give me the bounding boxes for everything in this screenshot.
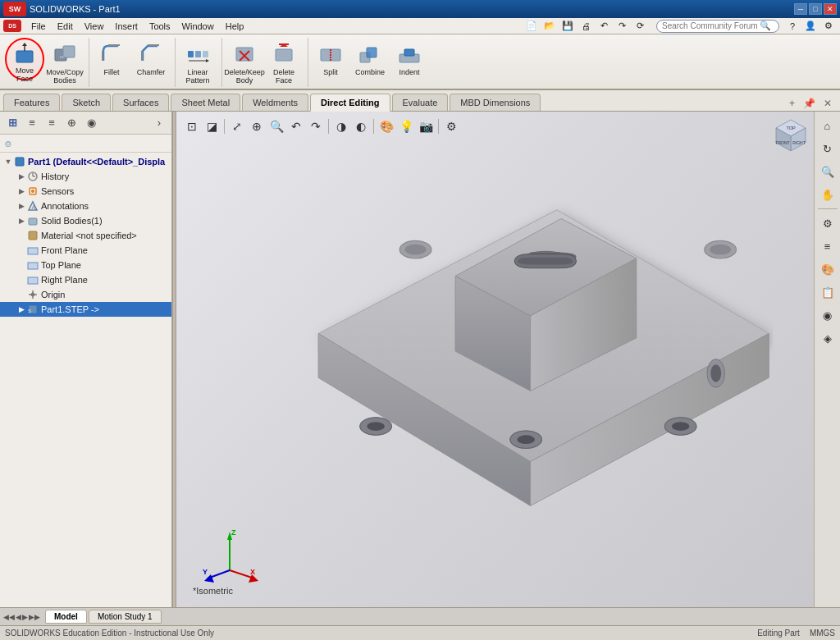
- expand-part[interactable]: ▼: [3, 158, 13, 166]
- tree-item-part1-step[interactable]: ▶ S Part1.STEP ->: [0, 302, 171, 317]
- tab-features[interactable]: Features: [3, 94, 60, 111]
- split-button[interactable]: Split: [312, 38, 349, 80]
- delete-face-button[interactable]: DeleteFace: [265, 38, 303, 87]
- tree-item-annotations[interactable]: ▶ A Annotations: [0, 199, 171, 213]
- rp-zoom[interactable]: 🔍: [817, 161, 838, 182]
- st-arrow-right[interactable]: ›: [150, 114, 168, 132]
- viewport[interactable]: ⊡ ◪ ⤢ ⊕ 🔍 ↶ ↷ ◑ ◐ 🎨 💡 📷 ⚙ TOP: [176, 112, 814, 607]
- expand-sensors[interactable]: ▶: [16, 187, 26, 195]
- menu-view[interactable]: View: [80, 20, 109, 33]
- qa-undo[interactable]: ↶: [596, 18, 612, 34]
- qa-new[interactable]: 📄: [523, 18, 540, 34]
- tab-weldments[interactable]: Weldments: [242, 94, 308, 111]
- minimize-button[interactable]: ─: [794, 3, 807, 15]
- menu-edit[interactable]: Edit: [52, 20, 78, 33]
- main-area: ⊞ ≡ ≡ ⊕ ◉ › ⌾ ▼ Part1 (Default<<Default>…: [0, 112, 840, 607]
- nav-next[interactable]: ▶: [22, 613, 28, 621]
- delete-keep-body-button[interactable]: Delete/KeepBody: [226, 38, 263, 87]
- tab-mbd-dimensions[interactable]: MBD Dimensions: [450, 94, 541, 111]
- tree-item-material[interactable]: ▶ Material <not specified>: [0, 228, 171, 243]
- ribbon-group-delete: Delete/KeepBody DeleteFace: [224, 38, 308, 87]
- expand-annotations[interactable]: ▶: [16, 202, 26, 210]
- chamfer-button[interactable]: Chamfer: [132, 38, 170, 80]
- move-copy-bodies-button[interactable]: ↔ Move/CopyBodies: [46, 38, 84, 87]
- fillet-button[interactable]: Fillet: [93, 38, 130, 80]
- tab-add-button[interactable]: +: [786, 98, 798, 109]
- search-icon[interactable]: 🔍: [755, 19, 776, 33]
- tree-item-history[interactable]: ▶ History: [0, 169, 171, 184]
- indent-label: Indent: [399, 69, 419, 77]
- maximize-button[interactable]: □: [809, 3, 822, 15]
- title-controls[interactable]: ─ □ ✕: [794, 3, 837, 15]
- tab-evaluate[interactable]: Evaluate: [392, 94, 449, 111]
- tab-sketch[interactable]: Sketch: [62, 94, 111, 111]
- qa-save[interactable]: 💾: [559, 18, 576, 34]
- btab-motion-study[interactable]: Motion Study 1: [89, 610, 162, 624]
- tree-item-part[interactable]: ▼ Part1 (Default<<Default>_Displa: [0, 154, 171, 169]
- svg-rect-39: [28, 277, 38, 284]
- expand-history[interactable]: ▶: [16, 172, 26, 181]
- svg-rect-8: [141, 51, 143, 61]
- qa-print[interactable]: 🖨: [578, 18, 594, 34]
- options-icon[interactable]: ⚙: [820, 18, 837, 34]
- qa-open[interactable]: 📂: [541, 18, 558, 34]
- rp-pan[interactable]: ✋: [817, 184, 838, 205]
- bottom-tabbar: ◀◀ ◀ ▶ ▶▶ Model Motion Study 1: [0, 607, 840, 625]
- account-icon[interactable]: 👤: [802, 18, 819, 34]
- qa-redo[interactable]: ↷: [614, 18, 630, 34]
- st-feature-manager[interactable]: ⊞: [3, 114, 21, 132]
- rp-tasks[interactable]: ≡: [817, 235, 838, 257]
- svg-text:Z: Z: [231, 528, 236, 537]
- combine-button[interactable]: Combine: [351, 38, 389, 80]
- split-icon: [317, 41, 344, 67]
- rp-render[interactable]: ◈: [817, 327, 838, 349]
- tree-item-right-plane[interactable]: ▶ Right Plane: [0, 272, 171, 287]
- st-display-pane[interactable]: ◉: [82, 114, 100, 132]
- tab-sheet-metal[interactable]: Sheet Metal: [171, 94, 240, 111]
- close-button[interactable]: ✕: [824, 3, 837, 15]
- nav-first[interactable]: ◀◀: [3, 613, 15, 621]
- st-dim-expert[interactable]: ⊕: [62, 114, 80, 132]
- st-config-manager[interactable]: ≡: [43, 114, 61, 132]
- qa-rebuild[interactable]: ⟳: [632, 18, 648, 34]
- title-left: SW SOLIDWORKS - Part1: [3, 2, 121, 16]
- svg-rect-0: [16, 51, 33, 62]
- indent-button[interactable]: Indent: [390, 38, 428, 80]
- menu-tools[interactable]: Tools: [144, 20, 176, 33]
- nav-cube[interactable]: TOP RIGHT FRONT: [774, 118, 807, 151]
- svg-point-72: [367, 422, 385, 431]
- viewport-close[interactable]: ✕: [820, 98, 835, 109]
- tree-item-origin[interactable]: ▶ Origin: [0, 287, 171, 302]
- rp-rotate[interactable]: ↻: [817, 138, 838, 159]
- expand-solid-bodies[interactable]: ▶: [16, 217, 26, 225]
- rp-settings[interactable]: ⚙: [817, 213, 838, 234]
- tree-item-top-plane[interactable]: ▶ Top Plane: [0, 258, 171, 272]
- nav-prev[interactable]: ◀: [16, 613, 21, 621]
- rp-home[interactable]: ⌂: [817, 115, 838, 136]
- rp-resources[interactable]: 📋: [817, 281, 838, 303]
- tab-direct-editing[interactable]: Direct Editing: [310, 94, 390, 112]
- tree-item-solid-bodies[interactable]: ▶ Solid Bodies(1): [0, 213, 171, 228]
- svg-rect-10: [188, 51, 194, 57]
- expand-step[interactable]: ▶: [16, 305, 26, 313]
- rp-palette[interactable]: 🎨: [817, 258, 838, 280]
- svg-rect-6: [102, 51, 103, 61]
- rp-3d[interactable]: ◉: [817, 304, 838, 326]
- menu-window[interactable]: Window: [177, 20, 219, 33]
- tree-item-front-plane[interactable]: ▶ Front Plane: [0, 243, 171, 258]
- tab-surfaces[interactable]: Surfaces: [112, 94, 169, 111]
- nav-last[interactable]: ▶▶: [29, 613, 40, 621]
- statusbar-editing: Editing Part: [757, 629, 800, 638]
- st-property-manager[interactable]: ≡: [23, 114, 41, 132]
- menu-help[interactable]: Help: [221, 20, 249, 33]
- menu-insert[interactable]: Insert: [110, 20, 143, 33]
- move-face-button[interactable]: MoveFace: [5, 38, 44, 80]
- help-icon[interactable]: ?: [784, 18, 801, 34]
- vt-view-orient[interactable]: ⊡: [183, 117, 201, 135]
- viewport-pin[interactable]: 📌: [800, 98, 819, 109]
- menu-file[interactable]: File: [26, 20, 51, 33]
- linear-pattern-button[interactable]: LinearPattern: [179, 38, 217, 87]
- btab-model[interactable]: Model: [45, 610, 87, 624]
- annotations-label: Annotations: [41, 201, 89, 211]
- tree-item-sensors[interactable]: ▶ Sensors: [0, 184, 171, 199]
